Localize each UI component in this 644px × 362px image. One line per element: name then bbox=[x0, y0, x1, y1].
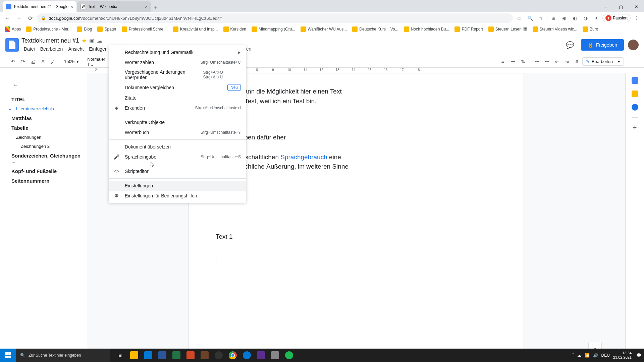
bookmark-item[interactable]: Kreativität und Insp... bbox=[171, 25, 220, 33]
bookmark-item[interactable]: Später bbox=[95, 25, 118, 33]
clear-format-button[interactable]: ✗ bbox=[572, 57, 582, 66]
outline-back-button[interactable]: ← bbox=[10, 80, 21, 90]
comments-button[interactable]: 💬 bbox=[564, 38, 577, 52]
video-icon[interactable]: ▭ bbox=[515, 13, 524, 23]
bookmark-item[interactable]: Steuern Lesen !!!! bbox=[486, 25, 529, 33]
bookmark-item[interactable]: Kurslden bbox=[221, 25, 248, 33]
ext-icon[interactable]: ⊞ bbox=[549, 13, 558, 23]
outline-item[interactable]: Seitennummern bbox=[9, 176, 83, 186]
move-icon[interactable]: ▣ bbox=[89, 38, 94, 44]
word-icon[interactable] bbox=[156, 349, 169, 362]
outline-item[interactable]: Sonderzeichen, Gleichungen ... bbox=[9, 151, 83, 166]
menu-ansicht[interactable]: Ansicht bbox=[66, 45, 86, 53]
notifications-icon[interactable]: 💬 bbox=[636, 353, 641, 358]
outline-item[interactable]: Matthias bbox=[9, 113, 83, 123]
url-input[interactable]: 🔒 docs.google.com/document/d/1hUH8k6h7Lb… bbox=[37, 13, 513, 23]
indent-button[interactable]: ⇥ bbox=[562, 57, 572, 66]
menu-icon[interactable]: ⋮ bbox=[632, 13, 641, 23]
minimize-button[interactable]: ─ bbox=[598, 1, 613, 12]
outline-item[interactable]: Literaturverzeichnis bbox=[13, 104, 83, 113]
zoom-select[interactable]: 150%▾ bbox=[62, 58, 81, 66]
ext4-icon[interactable]: ◑ bbox=[581, 13, 590, 23]
ext3-icon[interactable]: ◐ bbox=[570, 13, 580, 23]
numbered-list-button[interactable]: ☷ bbox=[532, 57, 541, 66]
dropdown-item[interactable]: WörterbuchStrg+Umschalttaste+Y bbox=[109, 127, 246, 137]
align-center-button[interactable]: ≡ bbox=[498, 57, 507, 66]
bookmark-item[interactable]: Blog bbox=[75, 25, 94, 33]
dropdown-item[interactable]: 🎤SpracheingabeStrg+Umschalttaste+S bbox=[109, 152, 246, 162]
dropdown-item[interactable]: <>Skripteditor bbox=[109, 166, 246, 176]
maximize-button[interactable]: ▢ bbox=[613, 1, 629, 12]
bookmark-item[interactable]: Noch hochladen Bu... bbox=[402, 25, 451, 33]
doc-title[interactable]: Textdokument neu #1 bbox=[21, 37, 79, 44]
start-button[interactable] bbox=[0, 349, 16, 362]
bookmark-item[interactable]: Professionell Schrei... bbox=[120, 25, 170, 33]
clock[interactable]: 13:34 23.02.2021 bbox=[613, 351, 633, 360]
edit-mode-select[interactable]: ✎ Bearbeiten ▾ bbox=[582, 57, 624, 66]
ruler[interactable]: 21123456789101112131415161718 bbox=[0, 68, 644, 73]
dropdown-item[interactable]: Rechtschreibung und Grammatik▶ bbox=[109, 47, 246, 57]
close-window-button[interactable]: ✕ bbox=[629, 1, 644, 12]
app2-icon[interactable] bbox=[254, 349, 268, 362]
obs-icon[interactable] bbox=[212, 349, 225, 362]
chrome-icon[interactable] bbox=[226, 349, 239, 362]
explorer-icon[interactable] bbox=[127, 349, 141, 362]
print-button[interactable]: 🖨 bbox=[28, 57, 38, 66]
keep-icon[interactable] bbox=[632, 90, 638, 97]
outline-item[interactable]: TITEL bbox=[9, 95, 83, 104]
menu-einfuegen[interactable]: Einfügen bbox=[87, 45, 110, 53]
bulleted-list-button[interactable]: ☷ bbox=[542, 57, 551, 66]
wifi-icon[interactable]: 📶 bbox=[585, 353, 590, 358]
redo-button[interactable]: ↷ bbox=[18, 57, 28, 66]
dropdown-item[interactable]: Dokument übersetzen bbox=[109, 142, 246, 152]
edge-icon[interactable] bbox=[240, 349, 254, 362]
tab-docs[interactable]: Textdokument neu #1 - Google × bbox=[3, 1, 76, 12]
dropdown-item[interactable]: Dokumente vergleichenNeu bbox=[109, 82, 246, 93]
dropdown-item[interactable]: Wörter zählenStrg+Umschalttaste+C bbox=[109, 57, 246, 67]
dropdown-item[interactable]: Verknüpfte Objekte bbox=[109, 117, 246, 127]
tasks-icon[interactable] bbox=[632, 104, 638, 111]
dropdown-item[interactable]: Zitate bbox=[109, 93, 246, 103]
app-icon[interactable] bbox=[198, 349, 211, 362]
outline-item[interactable]: Tabelle bbox=[9, 123, 83, 133]
outline-item[interactable]: Kopf- und Fußzeile bbox=[9, 166, 83, 176]
link-text[interactable]: Sprachgebrauch bbox=[280, 154, 327, 161]
star-icon[interactable]: ★ bbox=[82, 38, 87, 44]
reload-button[interactable]: ⟳ bbox=[25, 13, 35, 23]
task-view-button[interactable]: ⊞ bbox=[113, 349, 127, 362]
onedrive-icon[interactable]: ☁ bbox=[577, 353, 581, 358]
cloud-icon[interactable]: ☁ bbox=[97, 38, 102, 44]
forward-button[interactable]: → bbox=[14, 13, 23, 23]
bookmark-item[interactable]: Wahlfächer WU Aus... bbox=[299, 25, 349, 33]
dropdown-item[interactable]: Einstellungen bbox=[109, 181, 246, 191]
bookmark-item[interactable]: Mindmapping (Gru... bbox=[250, 25, 297, 33]
align-right-button[interactable]: ☰ bbox=[508, 57, 518, 66]
tray-chevron-icon[interactable]: ˆ bbox=[573, 353, 574, 358]
outdent-button[interactable]: ⇤ bbox=[552, 57, 561, 66]
dropdown-item[interactable]: ⚉Einstellungen für Bedienungshilfen bbox=[109, 191, 246, 201]
undo-button[interactable]: ↶ bbox=[8, 57, 17, 66]
paint-format-button[interactable]: 🖌 bbox=[48, 57, 58, 66]
menu-bearbeiten[interactable]: Bearbeiten bbox=[38, 45, 65, 53]
back-button[interactable]: ← bbox=[3, 13, 12, 23]
dropdown-item[interactable]: ◆ErkundenStrg+Alt+Umschalttaste+I bbox=[109, 103, 246, 113]
collapse-button[interactable]: ˆ bbox=[627, 57, 636, 66]
bookmark-item[interactable]: Steuern Videos wic... bbox=[531, 25, 580, 33]
bookmark-item[interactable]: Büro bbox=[581, 25, 600, 33]
bookmark-apps[interactable]: Apps bbox=[3, 25, 23, 33]
bookmark-item[interactable]: Deutsche Kurs + Vo... bbox=[350, 25, 400, 33]
ext2-icon[interactable]: ◉ bbox=[559, 13, 569, 23]
bookmark-item[interactable]: Produktsuche - Mer... bbox=[24, 25, 73, 33]
outline-item[interactable]: Zeichnungen bbox=[13, 133, 83, 142]
close-icon[interactable]: × bbox=[145, 4, 148, 9]
profile-paused[interactable]: T Pausiert bbox=[602, 14, 631, 22]
star-icon[interactable]: ☆ bbox=[536, 13, 546, 23]
spellcheck-button[interactable]: Ǎ bbox=[38, 57, 48, 66]
menu-datei[interactable]: Datei bbox=[21, 45, 37, 53]
taskbar-search[interactable]: 🔍 Zur Suche Text hier eingeben bbox=[16, 349, 110, 362]
bookmark-item[interactable]: PDF Report bbox=[452, 25, 485, 33]
add-addon-button[interactable]: + bbox=[632, 124, 638, 131]
extensions-icon[interactable]: ✦ bbox=[592, 13, 601, 23]
docs-logo-icon[interactable] bbox=[5, 38, 19, 52]
account-avatar[interactable] bbox=[628, 40, 639, 50]
